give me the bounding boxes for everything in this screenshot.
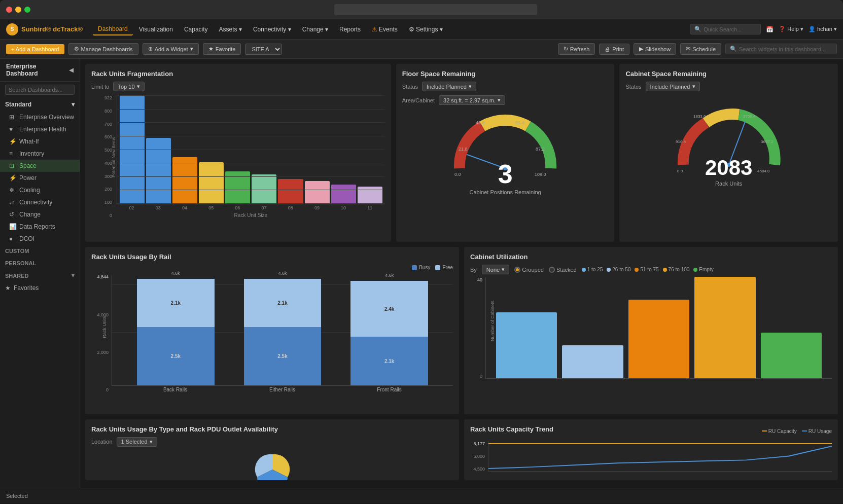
legend-1-25: 1 to 25 xyxy=(582,267,603,272)
standard-section-header[interactable]: Standard ▾ xyxy=(0,98,80,111)
sidebar-item-label: Space xyxy=(19,162,37,169)
legend-free: Free xyxy=(435,265,453,270)
sidebar-item-favorites[interactable]: ★ Favorites xyxy=(0,282,80,294)
bar-04 xyxy=(172,157,197,204)
what-if-icon: ⚡ xyxy=(9,138,16,145)
svg-text:3667.2: 3667.2 xyxy=(761,139,774,144)
nav-change[interactable]: Change ▾ xyxy=(297,24,333,35)
cab-bar-26-50 xyxy=(562,345,623,378)
chevron-right-icon: ▾ xyxy=(72,272,75,279)
sidebar: Enterprise Dashboard ◀ Standard ▾ ⊞ Ente… xyxy=(0,59,80,488)
cabinet-util-widget: Cabinet Utilization By None ▾ Grouped xyxy=(464,247,838,414)
star-icon: ★ xyxy=(208,46,214,52)
nav-visualization[interactable]: Visualization xyxy=(134,24,178,35)
schedule-button[interactable]: ✉ Schedule xyxy=(680,43,721,55)
top-row: Rack Units Fragmentation Limit to Top 10… xyxy=(85,64,838,242)
sidebar-item-change[interactable]: ↺ Change xyxy=(0,208,80,221)
sidebar-item-dcoi[interactable]: ● DCOI xyxy=(0,233,80,245)
bar-chart-area xyxy=(117,95,385,204)
chevron-down-icon: ▾ xyxy=(502,266,505,273)
cabinet-space-value: 2083 xyxy=(705,157,752,178)
pie-chart-svg xyxy=(247,452,298,480)
custom-label: Custom xyxy=(5,248,29,254)
sidebar-item-power[interactable]: ⚡ Power xyxy=(0,172,80,184)
cab-status-select[interactable]: Include Planned ▾ xyxy=(646,82,700,91)
front-rails-bar: 4.6k 2.4k 2.1k xyxy=(341,281,438,385)
usage-line-swatch xyxy=(802,430,807,431)
nav-reports[interactable]: Reports xyxy=(334,24,366,35)
sidebar-item-space[interactable]: ⊡ Space xyxy=(0,160,80,172)
widget-search[interactable]: 🔍 Search widgets in this dashboard... xyxy=(725,44,837,54)
trend-chart-area xyxy=(488,441,832,472)
nav-capacity[interactable]: Capacity xyxy=(179,24,213,35)
sidebar-item-label: Enterprise Overview xyxy=(19,114,74,121)
nav-settings[interactable]: ⚙ Settings ▾ xyxy=(404,24,448,35)
url-bar[interactable] xyxy=(334,4,537,15)
favorite-button[interactable]: ★ Favorite xyxy=(203,43,241,55)
sidebar-item-enterprise-health[interactable]: ♥ Enterprise Health xyxy=(0,123,80,135)
sidebar-section-standard: Standard ▾ ⊞ Enterprise Overview ♥ Enter… xyxy=(0,98,80,245)
floor-status-select[interactable]: Include Planned ▾ xyxy=(422,82,476,91)
sidebar-item-enterprise-overview[interactable]: ⊞ Enterprise Overview xyxy=(0,111,80,123)
sidebar-item-label: Favorites xyxy=(14,284,39,292)
sidebar-search-input[interactable] xyxy=(5,85,75,95)
rack-type-controls: Location 1 Selected ▾ xyxy=(91,437,453,447)
nav-search[interactable]: 🔍 Quick Search... xyxy=(690,24,761,34)
calendar-icon[interactable]: 📅 xyxy=(766,26,774,33)
manage-dashboards-button[interactable]: ⚙ Manage Dashboards xyxy=(68,43,138,55)
cooling-icon: ❄ xyxy=(9,187,16,194)
site-select[interactable]: SITE A xyxy=(245,44,282,55)
limit-select[interactable]: Top 10 ▾ xyxy=(113,82,144,91)
maximize-dot[interactable] xyxy=(24,7,30,13)
help-menu[interactable]: ❓ Help ▾ xyxy=(779,26,803,32)
add-widget-button[interactable]: ⊕ Add a Widget ▾ xyxy=(143,43,199,55)
cabinet-space-widget: Cabinet Space Remaining Status Include P… xyxy=(619,64,838,242)
toolbar: + Add a Dashboard ⚙ Manage Dashboards ⊕ … xyxy=(0,40,843,59)
sidebar-item-label: Change xyxy=(19,211,41,218)
area-select[interactable]: 32 sq.ft. = 2.97 sq.m. ▾ xyxy=(439,95,505,105)
rail-y-axis: 4,844 4,000 2,000 0 xyxy=(91,274,111,392)
add-dashboard-button[interactable]: + Add a Dashboard xyxy=(6,44,64,54)
sidebar-item-label: DCOI xyxy=(19,235,34,242)
sidebar-item-data-reports[interactable]: 📊 Data Reports xyxy=(0,221,80,233)
sidebar-item-label: Cooling xyxy=(19,187,40,194)
bar-fill xyxy=(120,95,145,204)
location-select[interactable]: 1 Selected ▾ xyxy=(117,437,157,447)
rack-fragmentation-title: Rack Units Fragmentation xyxy=(91,70,385,78)
bar-02 xyxy=(120,95,145,204)
nav-events[interactable]: ⚠ Events xyxy=(367,24,403,35)
personal-group-header[interactable]: Personal xyxy=(0,257,80,269)
cab-util-area xyxy=(485,277,832,379)
back-busy-bar: 2.5k xyxy=(137,327,215,385)
nav-connectivity[interactable]: Connectivity ▾ xyxy=(248,24,296,35)
sidebar-item-cooling[interactable]: ❄ Cooling xyxy=(0,184,80,196)
rail-bars: 4.6k 2.1k 2.5k 4.6k 2.1k 2.5k xyxy=(112,274,453,385)
minimize-dot[interactable] xyxy=(15,7,21,13)
print-button[interactable]: 🖨 Print xyxy=(599,44,629,55)
sidebar-title: Enterprise Dashboard xyxy=(6,63,69,77)
sidebar-item-connectivity[interactable]: ⇌ Connectivity xyxy=(0,196,80,208)
slideshow-button[interactable]: ▶ Slideshow xyxy=(634,43,676,55)
rack-fragmentation-widget: Rack Units Fragmentation Limit to Top 10… xyxy=(85,64,391,242)
sidebar-item-label: What-If xyxy=(19,138,39,145)
area-label: Area/Cabinet xyxy=(402,97,435,103)
nav-dashboard[interactable]: Dashboard xyxy=(93,23,133,35)
nav-assets[interactable]: Assets ▾ xyxy=(214,24,247,35)
legend-26-50: 26 to 50 xyxy=(607,267,630,272)
user-menu[interactable]: 👤 hchan ▾ xyxy=(809,26,837,32)
sidebar-collapse-icon[interactable]: ◀ xyxy=(69,66,74,74)
bottom-row: Rack Units Usage By Type and Rack PDU Ou… xyxy=(85,419,838,483)
grouped-radio[interactable]: Grouped xyxy=(514,267,544,273)
free-swatch xyxy=(435,265,440,270)
shared-group-header[interactable]: Shared ▾ xyxy=(0,269,80,282)
floor-space-widget: Floor Space Remaining Status Include Pla… xyxy=(396,64,615,242)
by-select[interactable]: None ▾ xyxy=(482,265,509,274)
bar-fill xyxy=(172,157,197,204)
chevron-down-icon: ▾ xyxy=(72,101,75,108)
stacked-radio[interactable]: Stacked xyxy=(549,267,577,273)
close-dot[interactable] xyxy=(6,7,12,13)
sidebar-item-inventory[interactable]: ≡ Inventory xyxy=(0,148,80,160)
refresh-button[interactable]: ↻ Refresh xyxy=(558,43,595,55)
custom-group-header[interactable]: Custom xyxy=(0,245,80,257)
sidebar-item-what-if[interactable]: ⚡ What-If xyxy=(0,135,80,148)
